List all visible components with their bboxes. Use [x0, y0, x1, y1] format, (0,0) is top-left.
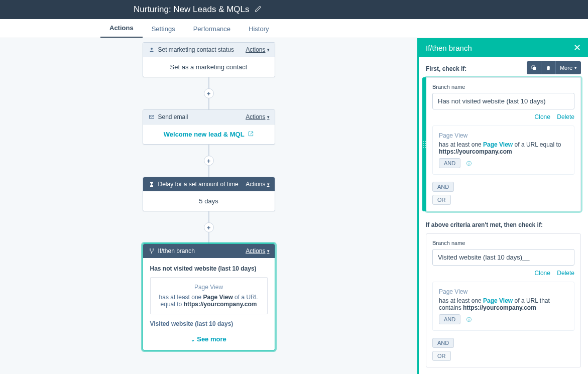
svg-point-0 [151, 48, 153, 50]
delete-button[interactable] [541, 61, 556, 74]
node-delay[interactable]: Delay for a set amount of time Actions▾ … [143, 177, 275, 211]
envelope-icon [148, 113, 155, 120]
tab-performance[interactable]: Performance [184, 20, 240, 38]
branch-2-name-input[interactable] [432, 249, 574, 266]
node-set-marketing-contact[interactable]: Set marketing contact status Actions▾ Se… [143, 42, 275, 77]
delete-link[interactable]: Delete [557, 113, 574, 120]
branch-icon [148, 247, 155, 255]
tab-history[interactable]: History [240, 20, 278, 38]
add-step-button[interactable]: + [204, 88, 214, 98]
node-actions-menu[interactable]: Actions▾ [246, 113, 269, 120]
criteria-text: has at least one Page View of a URL equa… [156, 294, 262, 308]
email-link[interactable]: Welcome new lead & MQL [164, 131, 254, 138]
and-pill[interactable]: AND [432, 338, 454, 348]
node-body: 5 days [143, 191, 275, 211]
tab-actions[interactable]: Actions [100, 19, 143, 38]
contact-icon [148, 46, 155, 53]
svg-rect-5 [533, 67, 536, 70]
branch-name-label: Branch name [432, 84, 574, 90]
info-icon[interactable]: ⓘ [466, 317, 472, 322]
side-panel: If/then branch ✕ More▾ First, check if: … [417, 38, 588, 374]
workflow-title: Nurturing: New Leads & MQLs [134, 5, 250, 15]
branch-2-card: Branch name Clone Delete Page View has a… [426, 233, 581, 367]
clone-link[interactable]: Clone [535, 113, 550, 120]
criteria-category: Page View [439, 132, 568, 139]
see-more-button[interactable]: ⌄See more [150, 332, 268, 345]
or-pill[interactable]: OR [432, 351, 451, 361]
nav-tabs: Actions Settings Performance History [0, 19, 588, 38]
chevron-down-icon: ⌄ [191, 337, 195, 342]
branch-criteria-box[interactable]: Page View has at least one Page View of … [150, 277, 268, 314]
and-pill[interactable]: AND [432, 182, 454, 192]
branch-toolbar: More▾ [527, 61, 581, 74]
node-actions-menu[interactable]: Actions▾ [246, 247, 269, 255]
branch-1-name-input[interactable] [432, 93, 574, 109]
criteria-link[interactable]: Page View [483, 141, 513, 148]
branch-2-title: Visited website (last 10 days) [150, 320, 268, 327]
top-bar: Nurturing: New Leads & MQLs [0, 0, 588, 19]
branch-1-card: Branch name Clone Delete Page View has a… [426, 77, 581, 211]
external-link-icon [247, 131, 254, 138]
node-body: Set as a marketing contact [143, 57, 275, 77]
hourglass-icon [148, 181, 155, 188]
second-check-label: If above criteria aren't met, then check… [426, 221, 581, 228]
and-inner-pill[interactable]: AND [439, 158, 460, 168]
svg-point-2 [150, 248, 151, 250]
criteria-box[interactable]: Page View has at least one Page View of … [432, 126, 574, 175]
clone-link[interactable]: Clone [535, 270, 550, 277]
delete-link[interactable]: Delete [557, 270, 574, 277]
criteria-text: has at least one Page View of a URL equa… [439, 141, 568, 155]
info-icon[interactable]: ⓘ [466, 161, 472, 166]
or-pill[interactable]: OR [432, 195, 451, 205]
criteria-category: Page View [156, 284, 262, 291]
svg-point-3 [153, 248, 154, 250]
and-inner-pill[interactable]: AND [439, 314, 460, 324]
copy-button[interactable] [527, 61, 541, 74]
add-step-button[interactable]: + [204, 222, 214, 232]
branch-1-title: Has not visited website (last 10 days) [150, 265, 268, 272]
panel-title: If/then branch [426, 44, 472, 52]
close-icon[interactable]: ✕ [573, 42, 581, 53]
node-if-then-branch[interactable]: If/then branch Actions▾ Has not visited … [143, 243, 275, 350]
more-button[interactable]: More▾ [556, 61, 581, 74]
node-actions-menu[interactable]: Actions▾ [246, 181, 269, 188]
edit-title-icon[interactable] [255, 6, 262, 14]
add-step-button[interactable]: + [204, 156, 214, 166]
criteria-category: Page View [439, 288, 568, 295]
tab-settings[interactable]: Settings [143, 20, 184, 38]
criteria-text: has at least one Page View of a URL that… [439, 297, 568, 311]
svg-point-4 [151, 253, 152, 254]
criteria-box[interactable]: Page View has at least one Page View of … [432, 282, 574, 331]
drag-handle[interactable] [422, 77, 426, 211]
node-actions-menu[interactable]: Actions▾ [246, 46, 269, 53]
branch-name-label: Branch name [432, 240, 574, 246]
node-send-email[interactable]: Send email Actions▾ Welcome new lead & M… [143, 109, 275, 145]
criteria-link[interactable]: Page View [483, 297, 513, 304]
